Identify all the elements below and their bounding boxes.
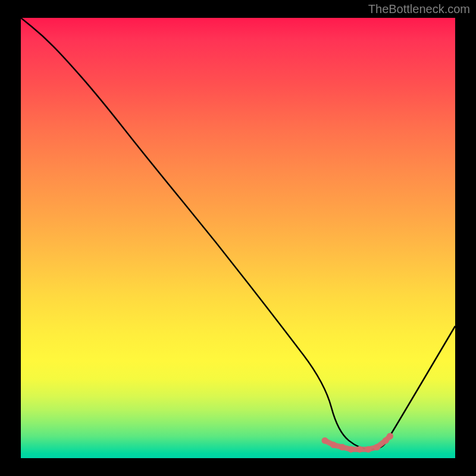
highlight-dot <box>374 444 380 450</box>
highlight-dot <box>339 444 346 450</box>
highlight-dot <box>356 446 363 453</box>
curve-group <box>21 18 455 449</box>
highlight-dot <box>365 446 372 453</box>
chart-svg <box>21 18 455 458</box>
highlight-dot <box>322 437 328 444</box>
highlight-dot <box>387 433 393 440</box>
watermark-text: TheBottleneck.com <box>368 2 470 16</box>
highlight-dot <box>330 441 337 448</box>
plot-area <box>21 18 455 458</box>
chart-container: TheBottleneck.com <box>0 0 476 476</box>
bottleneck-curve-path <box>21 18 455 449</box>
marker-group <box>322 433 394 453</box>
highlight-dot <box>347 446 354 453</box>
